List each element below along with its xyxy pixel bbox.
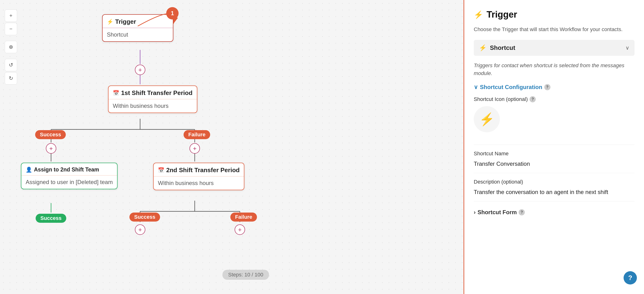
zoom-in-button[interactable]: + bbox=[5, 10, 17, 22]
shift1-node[interactable]: 📅 1st Shift Transfer Period Within busin… bbox=[108, 86, 197, 113]
name-field-label: Shortcut Name bbox=[474, 150, 634, 157]
add-btn-1[interactable]: + bbox=[135, 64, 145, 75]
trigger-node-body: Shortcut bbox=[102, 28, 173, 41]
assign-icon: 👤 bbox=[26, 167, 32, 173]
add-btn-left[interactable]: + bbox=[46, 143, 56, 154]
trigger-selector-label: Shortcut bbox=[490, 44, 515, 52]
trigger-selector-left: ⚡ Shortcut bbox=[479, 44, 515, 52]
shift1-node-header: 📅 1st Shift Transfer Period bbox=[108, 86, 197, 99]
icon-picker[interactable]: ⚡ bbox=[474, 106, 500, 132]
failure-badge-2: Failure bbox=[230, 212, 257, 222]
success-badge-2: Success bbox=[36, 214, 66, 223]
icon-field-label: Shortcut Icon (optional) ? bbox=[474, 96, 634, 102]
failure-badge-1: Failure bbox=[184, 130, 210, 139]
add-btn-bottom-left[interactable]: + bbox=[135, 224, 145, 235]
help-button[interactable]: ? bbox=[624, 271, 637, 284]
zoom-out-button[interactable]: − bbox=[5, 23, 17, 35]
config-section-toggle[interactable]: ∨ Shortcut Configuration ? bbox=[474, 84, 634, 90]
expand-icon: › bbox=[474, 209, 476, 216]
trigger-node-header: ⚡ Trigger bbox=[102, 15, 173, 28]
undo-button[interactable]: ↺ bbox=[5, 59, 17, 71]
shift2-node-header: 📅 2nd Shift Transfer Period bbox=[154, 163, 244, 176]
shift1-node-body: Within business hours bbox=[108, 99, 197, 112]
collapse-icon: ∨ bbox=[474, 84, 478, 90]
shift2-node-body: Within business hours bbox=[154, 176, 244, 190]
trigger-selector[interactable]: ⚡ Shortcut ∨ bbox=[474, 40, 634, 56]
config-section-label: Shortcut Configuration bbox=[480, 84, 542, 90]
form-section-label: Shortcut Form bbox=[478, 209, 517, 216]
success-badge-3: Success bbox=[130, 212, 160, 222]
divider-3 bbox=[474, 201, 634, 202]
crosshair-button[interactable]: ⊕ bbox=[5, 41, 17, 53]
step-badge: 1 bbox=[166, 7, 178, 20]
success-badge-1: Success bbox=[35, 130, 66, 139]
toolbar-left: + − ⊕ ↺ ↻ bbox=[5, 10, 17, 84]
panel-title: Trigger bbox=[486, 10, 517, 20]
trigger-node[interactable]: ⚡ Trigger Shortcut bbox=[102, 14, 173, 42]
panel-subtitle: Choose the Trigger that will start this … bbox=[474, 26, 634, 33]
shift2-node[interactable]: 📅 2nd Shift Transfer Period Within busin… bbox=[153, 163, 244, 190]
right-panel: ⚡ Trigger Choose the Trigger that will s… bbox=[464, 0, 644, 294]
trigger-icon: ⚡ bbox=[107, 19, 113, 25]
form-help-icon[interactable]: ? bbox=[518, 209, 525, 216]
add-btn-bottom-right[interactable]: + bbox=[234, 224, 245, 235]
assign-node-body: Assigned to user in [Deleted] team bbox=[21, 176, 117, 189]
shift1-icon: 📅 bbox=[113, 90, 119, 96]
add-btn-right[interactable]: + bbox=[190, 143, 200, 154]
steps-counter: Steps: 10 / 100 bbox=[222, 270, 269, 280]
config-help-icon[interactable]: ? bbox=[544, 84, 550, 90]
trigger-description: Triggers for contact when shortcut is se… bbox=[474, 62, 634, 77]
desc-field-label: Description (optional) bbox=[474, 179, 634, 185]
trigger-selector-icon: ⚡ bbox=[479, 44, 486, 52]
desc-field-value: Transfer the conversation to an agent in… bbox=[474, 189, 634, 196]
name-field-value: Transfer Conversation bbox=[474, 160, 634, 167]
panel-title-row: ⚡ Trigger bbox=[474, 10, 634, 20]
redo-button[interactable]: ↻ bbox=[5, 72, 17, 84]
workflow-canvas: + − ⊕ ↺ ↻ 1 ⚡ Trigger Shortcut + 📅 1st S… bbox=[0, 0, 464, 294]
form-section-toggle[interactable]: › Shortcut Form ? bbox=[474, 209, 634, 216]
assign-node-header: 👤 Assign to 2nd Shift Team bbox=[21, 163, 117, 176]
assign-node[interactable]: 👤 Assign to 2nd Shift Team Assigned to u… bbox=[21, 163, 118, 189]
chevron-down-icon: ∨ bbox=[626, 45, 629, 51]
panel-title-icon: ⚡ bbox=[474, 10, 483, 19]
icon-help-icon[interactable]: ? bbox=[530, 96, 536, 102]
shift2-icon: 📅 bbox=[158, 167, 164, 173]
connectors-svg bbox=[0, 0, 464, 294]
